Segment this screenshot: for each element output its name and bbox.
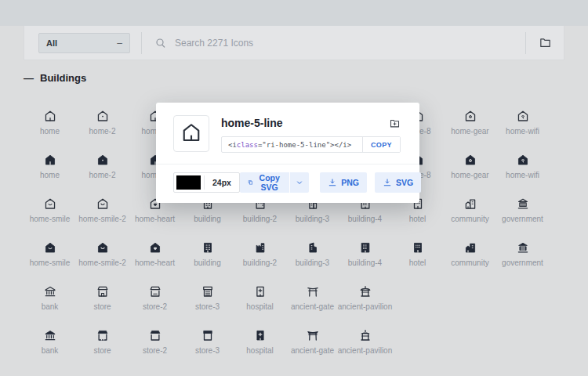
home-5-line-preview-icon (180, 121, 203, 147)
color-size-control[interactable]: 24px (173, 172, 240, 193)
icon-cell-ancient-pavilion-fill[interactable]: ancient-pavilion (339, 318, 391, 362)
icon-cell-store-fill[interactable]: store (76, 318, 129, 362)
icon-label: community (451, 215, 488, 223)
icon-cell-home-2-fill[interactable]: home-2 (76, 143, 129, 186)
icon-label: hotel (409, 258, 426, 267)
icon-cell-home-line[interactable]: home (24, 99, 76, 143)
icon-label: building-3 (296, 215, 329, 223)
icon-cell-store-3-fill[interactable]: store-3 (181, 318, 234, 362)
download-svg-button[interactable]: SVG (375, 172, 421, 193)
icon-cell-bank-fill[interactable]: bank (24, 318, 76, 362)
ancient-pavilion-icon (358, 284, 372, 299)
icon-label: store-3 (195, 302, 220, 311)
icon-cell-ancient-pavilion-line[interactable]: ancient-pavilion (339, 274, 391, 318)
icon-label: store (93, 346, 111, 355)
icon-cell-ancient-gate-line[interactable]: ancient-gate (286, 274, 339, 318)
icon-cell-community-line[interactable]: community (444, 186, 496, 230)
icon-cell-home-2-line[interactable]: home-2 (76, 99, 129, 143)
icon-label: hotel (409, 215, 426, 223)
icon-cell-building-fill[interactable]: building (181, 230, 234, 274)
icon-label: building (194, 258, 220, 267)
icon-cell-hospital-line[interactable]: hospital (234, 274, 286, 318)
chevron-down-icon (296, 179, 303, 186)
icon-label: home-heart (135, 258, 175, 267)
color-swatch[interactable] (176, 175, 201, 190)
icon-cell-ancient-gate-fill[interactable]: ancient-gate (286, 318, 339, 362)
download-icon (328, 178, 337, 187)
store-2-icon (148, 284, 162, 299)
store-icon (96, 284, 110, 299)
code-snippet: <i class="ri-home-5-line"></i> (222, 137, 362, 152)
store-3-icon (201, 284, 215, 299)
icon-cell-home-fill[interactable]: home (24, 143, 76, 186)
icon-cell-home-heart-fill[interactable]: home-heart (129, 230, 181, 274)
ancient-gate-icon (306, 327, 320, 343)
copy-svg-button[interactable]: Copy SVG (240, 172, 289, 193)
icon-cell-store-2-fill[interactable]: store-2 (129, 318, 181, 362)
icon-label: home-smile-2 (78, 258, 126, 267)
copy-code-button[interactable]: COPY (362, 137, 400, 152)
icon-label: ancient-pavilion (338, 302, 393, 311)
category-select[interactable]: All – (38, 33, 130, 53)
icon-cell-store-2-line[interactable]: store-2 (129, 274, 181, 318)
icon-cell-home-smile-fill[interactable]: home-smile (24, 230, 76, 274)
icon-cell-home-gear-line[interactable]: home-gear (444, 99, 496, 143)
collapse-icon: — (24, 72, 34, 84)
icon-title: home-5-line (221, 117, 283, 129)
folder-add-icon[interactable] (389, 118, 401, 129)
home-smile-icon (43, 196, 57, 212)
icon-cell-building-3-fill[interactable]: building-3 (286, 230, 339, 274)
hospital-icon (253, 284, 267, 299)
home-icon (43, 152, 57, 168)
icon-label: bank (42, 346, 59, 355)
icon-cell-bank-line[interactable]: bank (24, 274, 76, 318)
icon-cell-home-wifi-fill[interactable]: home-wifi (496, 143, 549, 186)
home-2-icon (96, 108, 110, 124)
icon-cell-home-wifi-line[interactable]: home-wifi (496, 99, 549, 143)
folder-icon (539, 36, 552, 49)
bank-icon (43, 284, 57, 299)
icon-label: bank (42, 302, 59, 311)
collection-folder-button[interactable] (526, 27, 564, 60)
icon-label: ancient-pavilion (338, 346, 393, 355)
icon-cell-store-line[interactable]: store (76, 274, 129, 318)
code-snippet-box[interactable]: <i class="ri-home-5-line"></i> COPY (221, 136, 401, 153)
icon-label: home (40, 171, 60, 179)
building-icon (201, 240, 215, 255)
icon-cell-home-smile-2-fill[interactable]: home-smile-2 (76, 230, 129, 274)
icon-label: store (93, 302, 111, 311)
icon-cell-home-gear-fill[interactable]: home-gear (444, 143, 496, 186)
icon-label: building-4 (348, 215, 382, 223)
icon-label: home-smile (30, 215, 71, 223)
ancient-gate-icon (306, 284, 320, 299)
home-wifi-icon (516, 152, 530, 168)
toolbar: All – (24, 26, 564, 60)
icon-cell-hotel-fill[interactable]: hotel (391, 230, 444, 274)
icon-cell-hospital-fill[interactable]: hospital (234, 318, 286, 362)
download-png-button[interactable]: PNG (320, 172, 367, 193)
icon-cell-community-fill[interactable]: community (444, 230, 496, 274)
icon-grid-row: home-smilehome-smile-2home-heartbuilding… (24, 230, 549, 274)
icon-cell-building-2-fill[interactable]: building-2 (234, 230, 286, 274)
icon-cell-government-line[interactable]: government (496, 186, 549, 230)
home-smile-icon (43, 240, 57, 255)
icon-grid-row: bankstorestore-2store-3hospitalancient-g… (24, 318, 549, 362)
home-smile-2-icon (96, 196, 110, 212)
icon-label: government (502, 258, 543, 267)
icon-label: building-2 (243, 215, 277, 223)
icon-cell-store-3-line[interactable]: store-3 (181, 274, 234, 318)
icon-label: home (40, 127, 60, 136)
icon-cell-government-fill[interactable]: government (496, 230, 549, 274)
icon-label: community (451, 258, 488, 267)
home-heart-icon (148, 240, 162, 255)
icon-label: home-heart (135, 215, 175, 223)
search-input[interactable] (175, 38, 512, 49)
size-select[interactable]: 24px (205, 178, 239, 187)
icon-cell-home-smile-2-line[interactable]: home-smile-2 (76, 186, 129, 230)
building-4-icon (358, 240, 372, 255)
icon-cell-building-4-fill[interactable]: building-4 (339, 230, 391, 274)
store-icon (96, 327, 110, 343)
icon-cell-home-smile-line[interactable]: home-smile (24, 186, 76, 230)
copy-svg-dropdown[interactable] (290, 172, 309, 193)
section-header-buildings[interactable]: — Buildings (24, 72, 86, 84)
